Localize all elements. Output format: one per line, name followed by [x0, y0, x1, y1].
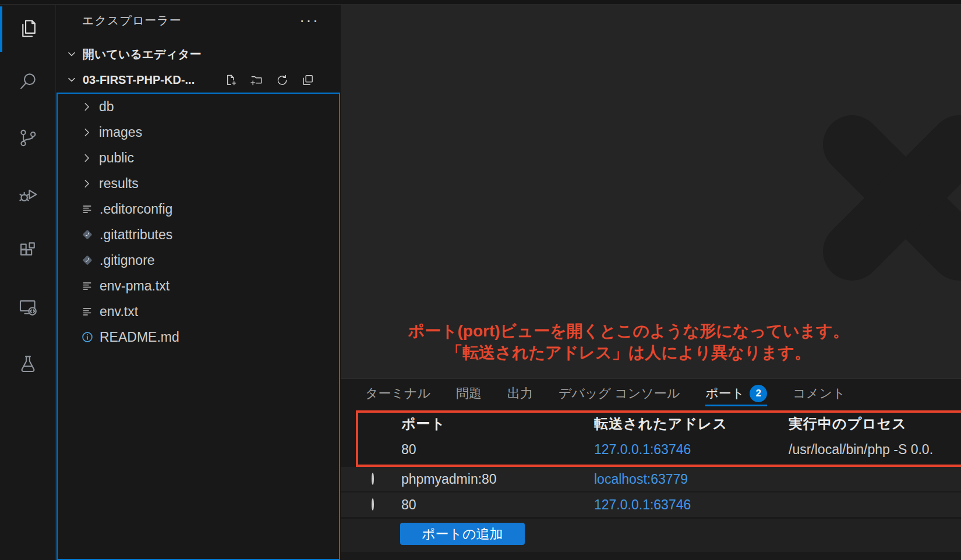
port-row[interactable]: phpmyadmin:80 localhost:63779 — [341, 467, 961, 491]
tab-debug-console[interactable]: デバッグ コンソール — [559, 379, 680, 407]
forwarded-address-link[interactable]: localhost:63779 — [594, 472, 688, 487]
forwarded-address-link[interactable]: 127.0.0.1:63746 — [594, 497, 691, 512]
port-row[interactable]: 80 127.0.0.1:63746 — [341, 492, 961, 517]
activity-item-testing[interactable] — [0, 336, 56, 393]
section-folder-header[interactable]: 03-FIRST-PHP-KD-... — [56, 67, 340, 93]
port-cell: 80 — [401, 442, 594, 458]
tab-label: 問題 — [456, 385, 482, 402]
tree-item-folder[interactable]: db — [58, 94, 339, 119]
activity-item-source-control[interactable] — [0, 111, 56, 167]
port-stopped-icon — [372, 498, 374, 511]
chevron-right-icon — [81, 101, 93, 113]
port-row[interactable]: 80 127.0.0.1:63746 /usr/local/bin/php -S… — [341, 437, 961, 462]
git-file-icon — [81, 228, 94, 241]
tab-comments[interactable]: コメント — [793, 379, 845, 407]
annotation-text: ポート(port)ビューを開くとこのような形になっています。 「転送されたアドレ… — [341, 320, 916, 363]
tree-item-folder[interactable]: results — [58, 171, 339, 196]
new-folder-icon[interactable] — [250, 73, 263, 87]
remote-explorer-icon — [17, 296, 39, 321]
section-open-editors[interactable]: 開いているエディター — [56, 41, 340, 67]
tree-item-file[interactable]: .gitattributes — [58, 222, 339, 247]
tab-label: コメント — [793, 385, 845, 402]
files-icon — [17, 17, 39, 42]
tree-item-label: .editorconfig — [100, 201, 172, 217]
debug-icon — [17, 183, 39, 208]
title-bar — [0, 0, 961, 5]
tab-problems[interactable]: 問題 — [456, 379, 482, 407]
annotation-line-1: ポート(port)ビューを開くとこのような形になっています。 — [341, 320, 916, 342]
chevron-right-icon — [81, 152, 93, 164]
collapse-all-icon[interactable] — [301, 73, 315, 87]
tree-item-folder[interactable]: images — [58, 119, 339, 145]
text-file-icon — [81, 305, 94, 318]
tree-item-file[interactable]: .gitignore — [58, 247, 339, 273]
forwarded-address-link[interactable]: 127.0.0.1:63746 — [594, 442, 691, 457]
tree-item-label: env-pma.txt — [100, 278, 169, 294]
explorer-sidebar: エクスプローラー ··· 開いているエディター 03-FIRST-PHP-KD-… — [56, 5, 340, 560]
tree-item-file[interactable]: README.md — [58, 324, 339, 350]
editor-area: ポート(port)ビューを開くとこのような形になっています。 「転送されたアドレ… — [341, 5, 961, 378]
beaker-icon — [17, 353, 39, 377]
text-file-icon — [81, 203, 94, 215]
port-stopped-icon — [372, 473, 374, 485]
port-cell: phpmyadmin:80 — [401, 472, 594, 487]
add-port-row: ポートの追加 — [341, 519, 961, 552]
tree-item-file[interactable]: env-pma.txt — [58, 273, 339, 299]
tree-item-folder[interactable]: public — [58, 145, 339, 171]
tab-output[interactable]: 出力 — [507, 379, 533, 407]
chevron-right-icon — [81, 178, 93, 190]
vscode-window: エクスプローラー ··· 開いているエディター 03-FIRST-PHP-KD-… — [0, 0, 961, 560]
activity-bar — [0, 5, 56, 560]
info-icon — [81, 331, 94, 343]
tree-item-label: env.txt — [100, 304, 138, 320]
tree-item-label: .gitignore — [100, 253, 155, 268]
sidebar-title: エクスプローラー — [82, 13, 182, 29]
tree-item-label: results — [99, 176, 139, 192]
section-open-editors-label: 開いているエディター — [83, 47, 202, 62]
column-forwarded-address: 転送されたアドレス — [594, 414, 789, 433]
column-port: ポート — [401, 414, 594, 433]
tab-ports[interactable]: ポート 2 — [705, 379, 767, 407]
column-running-process: 実行中のプロセス — [789, 414, 961, 433]
process-cell: /usr/local/bin/php -S 0.0. — [789, 442, 961, 458]
text-file-icon — [81, 279, 94, 292]
search-icon — [17, 70, 39, 95]
activity-item-remote-explorer[interactable] — [0, 280, 56, 336]
refresh-icon[interactable] — [275, 73, 289, 87]
port-cell: 80 — [401, 497, 594, 513]
activity-item-explorer[interactable] — [0, 5, 56, 54]
tree-item-label: .gitattributes — [100, 227, 172, 243]
panel-tabs: ターミナル 問題 出力 デバッグ コンソール ポート 2 コメント — [341, 379, 961, 407]
more-actions-icon[interactable]: ··· — [299, 17, 319, 23]
tab-label: ターミナル — [365, 385, 430, 402]
tree-item-file[interactable]: env.txt — [58, 299, 339, 324]
source-control-icon — [17, 127, 39, 151]
activity-item-search[interactable] — [0, 54, 56, 111]
tree-item-label: public — [99, 150, 134, 166]
annotation-line-2: 「転送されたアドレス」は人により異なります。 — [341, 342, 916, 363]
tree-item-file[interactable]: .editorconfig — [58, 196, 339, 222]
activity-item-extensions[interactable] — [0, 224, 56, 280]
section-folder-label: 03-FIRST-PHP-KD-... — [83, 73, 195, 87]
tree-item-label: images — [99, 125, 142, 140]
extensions-icon — [17, 240, 39, 264]
new-file-icon[interactable] — [224, 73, 238, 87]
tab-terminal[interactable]: ターミナル — [365, 379, 430, 407]
bottom-panel: ターミナル 問題 出力 デバッグ コンソール ポート 2 コメント ポート 転送… — [341, 378, 961, 560]
ports-view: ポート 転送されたアドレス 実行中のプロセス 80 127.0.0.1:6374… — [341, 407, 961, 560]
tree-item-label: README.md — [100, 329, 179, 345]
chevron-down-icon — [66, 74, 77, 86]
file-tree: db images public results .editorconfig .… — [56, 93, 340, 560]
tab-label: ポート — [705, 385, 744, 402]
chevron-down-icon — [66, 48, 77, 60]
add-port-button[interactable]: ポートの追加 — [400, 523, 525, 545]
ports-table-header: ポート 転送されたアドレス 実行中のプロセス — [341, 411, 961, 437]
tree-item-label: db — [99, 99, 114, 115]
tab-label: 出力 — [507, 385, 533, 402]
folder-actions — [224, 73, 340, 87]
chevron-right-icon — [81, 126, 93, 139]
git-file-icon — [81, 254, 94, 267]
sidebar-header: エクスプローラー ··· — [56, 5, 340, 36]
activity-item-run-debug[interactable] — [0, 167, 56, 224]
tab-label: デバッグ コンソール — [559, 385, 680, 402]
